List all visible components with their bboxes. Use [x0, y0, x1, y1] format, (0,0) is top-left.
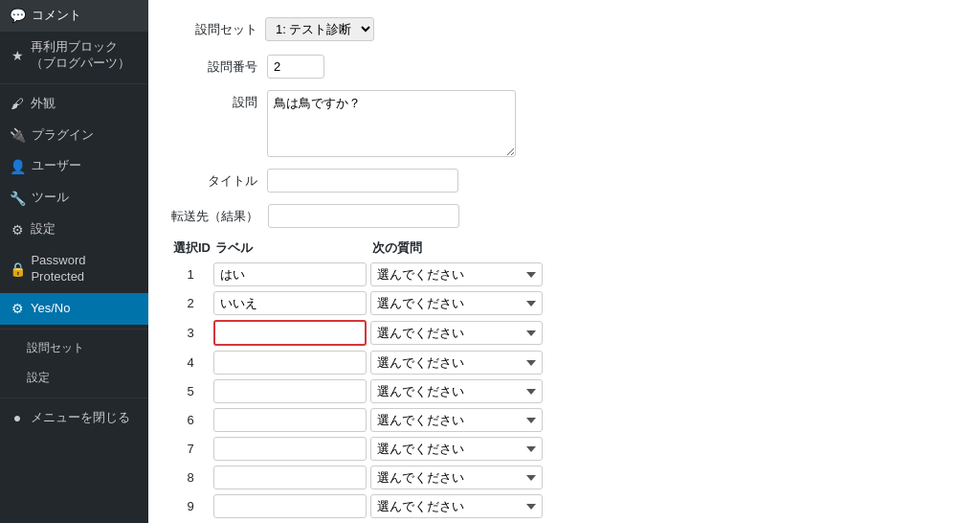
redirect-label: 転送先（結果） [171, 204, 258, 225]
sidebar-item-yes-no[interactable]: ⚙ Yes/No [0, 293, 148, 325]
row-number: 9 [171, 499, 210, 513]
top-select[interactable]: 1: テスト診断 [265, 17, 374, 41]
plugins-icon: 🔌 [10, 127, 26, 143]
table-row: 2選んでください [171, 291, 957, 315]
row-number: 5 [171, 384, 210, 398]
appearance-icon: 🖌 [10, 96, 25, 111]
header-label: ラベル [215, 239, 368, 257]
next-question-select[interactable]: 選んでください [370, 437, 543, 461]
sidebar-item-plugins[interactable]: 🔌 プラグイン [0, 120, 148, 151]
comments-icon: 💬 [10, 8, 26, 23]
tools-icon: 🔧 [10, 191, 26, 206]
table-row: 5選んでください [171, 379, 957, 403]
sidebar-item-label: ユーザー [32, 158, 81, 174]
lock-icon: 🔒 [10, 262, 25, 277]
close-menu-icon: ● [10, 410, 25, 425]
header-id: 選択ID [173, 239, 212, 257]
title-row: タイトル [171, 169, 957, 193]
sidebar-item-label: 設問セット [27, 341, 84, 356]
choice-label-input[interactable] [213, 291, 367, 315]
yes-no-icon: ⚙ [10, 301, 25, 316]
sidebar-item-label: メニューを閉じる [31, 410, 130, 426]
table-row: 4選んでください [171, 351, 957, 375]
choice-label-input[interactable] [213, 262, 367, 286]
sidebar-item-comments[interactable]: 💬 コメント [0, 0, 148, 32]
header-next: 次の質問 [372, 239, 545, 257]
settings-icon: ⚙ [10, 222, 25, 238]
next-question-select[interactable]: 選んでください [370, 291, 543, 315]
sidebar-item-config[interactable]: 設定 [0, 363, 148, 394]
sidebar-item-label: コメント [32, 8, 81, 24]
table-row: 1選んでください [171, 262, 957, 286]
question-number-row: 設問番号 [171, 55, 957, 79]
sidebar-item-label: 設定 [27, 371, 50, 386]
sidebar-item-tools[interactable]: 🔧 ツール [0, 182, 148, 214]
row-number: 1 [171, 267, 210, 282]
top-select-row: 設問セット 1: テスト診断 [171, 17, 957, 41]
top-select-label: 設問セット [171, 21, 257, 38]
sidebar-item-reusable-blocks[interactable]: ★ 再利用ブロック（ブログパーツ） [0, 32, 148, 80]
sidebar-item-password-protected[interactable]: 🔒 Password Protected [0, 245, 148, 293]
choice-label-input[interactable] [213, 408, 367, 432]
choices-table: 選択ID ラベル 次の質問 1選んでください2選んでください3選んでください4選… [171, 239, 957, 523]
next-question-select[interactable]: 選んでください [370, 466, 543, 489]
next-question-select[interactable]: 選んでください [370, 494, 543, 518]
title-input[interactable] [267, 169, 458, 193]
table-row: 7選んでください [171, 437, 957, 461]
choices-rows: 1選んでください2選んでください3選んでください4選んでください5選んでください… [171, 262, 957, 523]
sidebar-item-label: Yes/No [31, 301, 70, 317]
next-question-select[interactable]: 選んでください [370, 351, 543, 375]
choice-label-input[interactable] [213, 379, 367, 403]
sidebar-item-settings[interactable]: ⚙ 設定 [0, 214, 148, 245]
question-number-input[interactable] [267, 55, 324, 79]
redirect-row: 転送先（結果） [171, 204, 957, 228]
choice-label-input[interactable] [213, 494, 367, 518]
table-row: 9選んでください [171, 494, 957, 518]
choice-label-input[interactable] [213, 320, 367, 346]
sidebar-item-question-set[interactable]: 設問セット [0, 333, 148, 364]
main-content: 設問セット 1: テスト診断 設問番号 設問 鳥は鳥ですか？ タイトル 転送先（… [148, 0, 980, 523]
table-row: 3選んでください [171, 320, 957, 346]
title-label: タイトル [171, 169, 257, 190]
row-number: 3 [171, 326, 210, 340]
row-number: 6 [171, 413, 210, 427]
row-number: 8 [171, 470, 210, 485]
row-number: 2 [171, 296, 210, 310]
table-row: 6選んでください [171, 408, 957, 432]
next-question-select[interactable]: 選んでください [370, 379, 543, 403]
choice-label-input[interactable] [213, 437, 367, 461]
choices-header: 選択ID ラベル 次の質問 [171, 239, 957, 257]
sidebar-item-close-menu[interactable]: ● メニューを閉じる [0, 402, 148, 434]
choice-label-input[interactable] [213, 351, 367, 375]
row-number: 7 [171, 442, 210, 456]
sidebar-item-users[interactable]: 👤 ユーザー [0, 150, 148, 182]
sidebar-item-label: 設定 [31, 221, 56, 238]
sidebar-item-label: 外観 [31, 96, 56, 112]
question-row: 設問 鳥は鳥ですか？ [171, 90, 957, 157]
sidebar-item-label: ツール [32, 190, 69, 206]
next-question-select[interactable]: 選んでください [370, 321, 543, 345]
reusable-blocks-icon: ★ [10, 48, 25, 63]
users-icon: 👤 [10, 159, 26, 174]
sidebar-item-appearance[interactable]: 🖌 外観 [0, 88, 148, 120]
row-number: 4 [171, 355, 210, 370]
question-label: 設問 [171, 90, 257, 111]
sidebar: 💬 コメント ★ 再利用ブロック（ブログパーツ） 🖌 外観 🔌 プラグイン 👤 … [0, 0, 148, 523]
redirect-input[interactable] [268, 204, 459, 228]
sidebar-item-label: 再利用ブロック（ブログパーツ） [31, 39, 130, 72]
choice-label-input[interactable] [213, 466, 367, 489]
next-question-select[interactable]: 選んでください [370, 262, 543, 286]
sidebar-item-label: Password Protected [31, 253, 139, 285]
next-question-select[interactable]: 選んでください [370, 408, 543, 432]
table-row: 8選んでください [171, 466, 957, 489]
sidebar-item-label: プラグイン [32, 127, 94, 144]
question-number-label: 設問番号 [171, 55, 257, 76]
question-textarea[interactable]: 鳥は鳥ですか？ [267, 90, 516, 157]
